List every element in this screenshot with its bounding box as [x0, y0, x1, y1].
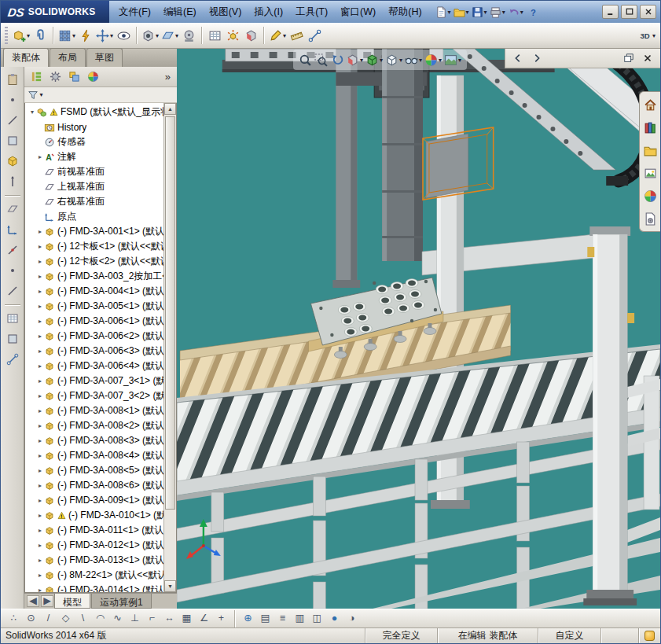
- solidworks-resources-icon[interactable]: [641, 96, 659, 113]
- tab-assembly[interactable]: 装配体: [3, 48, 49, 67]
- insert-components-icon[interactable]: ▾: [12, 26, 31, 45]
- dropdown-caret-icon[interactable]: ▾: [283, 32, 286, 39]
- zoom-fit-icon[interactable]: [299, 53, 312, 67]
- expander-icon[interactable]: ▸: [36, 303, 44, 310]
- filter-sketch-segments-icon[interactable]: [3, 282, 22, 300]
- annotations-bottom-icon[interactable]: ≡: [275, 611, 290, 626]
- dropdown-caret-icon[interactable]: ▾: [652, 32, 655, 39]
- tab-layout[interactable]: 布局: [50, 48, 86, 67]
- tree-item[interactable]: ▸(-) FMD-3A-003_2按加工<1: [25, 269, 163, 284]
- expander-icon[interactable]: ▸: [36, 512, 44, 519]
- dropdown-caret-icon[interactable]: ▾: [419, 57, 422, 64]
- snap-points-icon[interactable]: ∴: [6, 611, 21, 626]
- interference-detection-icon[interactable]: [242, 26, 259, 45]
- filter-axes-icon[interactable]: [3, 173, 22, 190]
- tree-item[interactable]: ▸(-) FMD-3A-008<2> (默认<: [25, 418, 163, 433]
- print-icon[interactable]: ▾: [489, 2, 506, 21]
- hide-show-items-icon[interactable]: ▾: [405, 53, 422, 67]
- tree-item[interactable]: ▸(-) FMD-3A-006<1> (默认<: [25, 314, 163, 329]
- statusbar-custom[interactable]: 自定义: [538, 628, 600, 643]
- close-document-button[interactable]: [639, 50, 656, 66]
- reference-geometry-icon[interactable]: ▾: [160, 26, 179, 45]
- measure-bottom-icon[interactable]: ▤: [258, 611, 273, 626]
- tree-item[interactable]: 前视基准面: [25, 164, 163, 179]
- snap-tangent-icon[interactable]: ◠: [93, 611, 108, 626]
- material-icon[interactable]: ●: [327, 611, 342, 626]
- undo-icon[interactable]: ▾: [507, 2, 524, 21]
- zoom-area-icon[interactable]: [314, 53, 328, 67]
- expander-icon[interactable]: ▸: [36, 288, 44, 295]
- snap-spline-icon[interactable]: ∿: [110, 611, 125, 626]
- bill-of-materials-icon[interactable]: [206, 26, 223, 45]
- edit-appearance-icon[interactable]: ▾: [424, 53, 442, 67]
- show-hidden-components-icon[interactable]: [115, 26, 132, 45]
- expander-icon[interactable]: ▸: [36, 527, 44, 534]
- tree-item[interactable]: ▸(-) FMD-3A-010<1> (默认: [25, 508, 163, 523]
- snap-grid-icon[interactable]: ▦: [179, 611, 194, 626]
- move-component-icon[interactable]: ▾: [95, 26, 114, 45]
- mate-icon[interactable]: [31, 26, 49, 45]
- scrollbar-thumb[interactable]: [165, 116, 175, 510]
- expander-icon[interactable]: ▸: [36, 228, 44, 235]
- design-library-icon[interactable]: [641, 119, 659, 136]
- expander-icon[interactable]: ▸: [36, 377, 44, 385]
- snap-line-icon[interactable]: /: [41, 611, 56, 626]
- model-tab-scroll-left-button[interactable]: ◀: [27, 595, 39, 607]
- scrollbar-down-arrow[interactable]: ▼: [164, 580, 176, 592]
- configurationmanager-icon[interactable]: [65, 68, 83, 86]
- file-explorer-icon[interactable]: [641, 142, 659, 159]
- smart-dimension-icon[interactable]: [288, 26, 305, 45]
- apply-scene-icon[interactable]: ▾: [444, 53, 461, 67]
- dropdown-caret-icon[interactable]: ▾: [466, 9, 469, 16]
- tree-scrollbar[interactable]: ▲ ▼: [163, 103, 176, 592]
- view-palette-icon[interactable]: [641, 164, 659, 182]
- tree-item[interactable]: ▸(-) FMD-3A-008<1> (默认<: [25, 403, 163, 418]
- panel-overflow-chevron[interactable]: »: [165, 71, 174, 83]
- expander-icon[interactable]: ▾: [28, 109, 36, 116]
- view-sphere-icon[interactable]: ⊕: [241, 611, 255, 626]
- tree-item[interactable]: 右视基准面: [25, 194, 163, 209]
- dropdown-caret-icon[interactable]: ▾: [484, 9, 487, 16]
- expander-icon[interactable]: ▸: [36, 392, 44, 399]
- scene-bottom-icon[interactable]: ◑: [344, 611, 359, 626]
- dropdown-caret-icon[interactable]: ▾: [39, 91, 42, 98]
- dropdown-caret-icon[interactable]: ▾: [502, 9, 505, 16]
- tree-item[interactable]: ▸(-) FMD-3A-007_3<2> (默认: [25, 388, 163, 403]
- dropdown-caret-icon[interactable]: ▾: [380, 57, 383, 64]
- expander-icon[interactable]: ▸: [36, 348, 44, 355]
- menu-tools[interactable]: 工具(T): [289, 1, 334, 23]
- filter-solid-bodies-icon[interactable]: [3, 153, 22, 170]
- close-button[interactable]: [640, 5, 656, 19]
- design-table-icon[interactable]: ▥: [292, 611, 307, 626]
- expander-icon[interactable]: ▸: [36, 542, 44, 549]
- dropdown-caret-icon[interactable]: ▾: [360, 57, 363, 64]
- expander-icon[interactable]: ▸: [36, 422, 44, 429]
- tree-item[interactable]: 原点: [25, 209, 163, 224]
- tree-item[interactable]: ▸(-) FMD-3A-008<3> (默认<: [25, 433, 163, 448]
- dropdown-caret-icon[interactable]: ▾: [458, 57, 461, 64]
- snap-angle-icon[interactable]: ∠: [196, 611, 211, 626]
- exploded-view-icon[interactable]: [224, 26, 241, 45]
- expander-icon[interactable]: ▸: [36, 557, 44, 564]
- tree-item[interactable]: ▸(-) FMD-3A-005<1> (默认<: [25, 299, 163, 314]
- filter-annotations-icon[interactable]: [3, 310, 22, 327]
- filter-faces-icon[interactable]: [3, 132, 22, 149]
- filter-planes-icon[interactable]: [3, 201, 22, 218]
- expander-icon[interactable]: ▸: [36, 362, 44, 370]
- snap-intersection-icon[interactable]: +: [214, 611, 229, 626]
- help-icon[interactable]: ?: [525, 2, 542, 21]
- menu-view[interactable]: 视图(V): [203, 1, 248, 23]
- menu-window[interactable]: 窗口(W): [334, 1, 382, 23]
- snap-center-icon[interactable]: ⊙: [24, 611, 39, 626]
- filter-edges-icon[interactable]: [3, 112, 22, 129]
- tab-motion-study-1[interactable]: 运动算例1: [91, 594, 152, 609]
- expander-icon[interactable]: ▸: [36, 273, 44, 280]
- expander-icon[interactable]: ▸: [36, 467, 44, 474]
- linear-component-pattern-icon[interactable]: ▾: [57, 26, 76, 45]
- tree-item[interactable]: ▸(-) FMD-3A-014<1> (默认<: [25, 583, 163, 592]
- menu-file[interactable]: 文件(F): [112, 1, 157, 23]
- tree-item[interactable]: History: [25, 120, 163, 134]
- tree-item[interactable]: ▸(-) FMD-3A-008<4> (默认<: [25, 448, 163, 463]
- assembly-features-icon[interactable]: ▾: [141, 26, 160, 45]
- model-tab-scroll-right-button[interactable]: ▶: [41, 595, 53, 607]
